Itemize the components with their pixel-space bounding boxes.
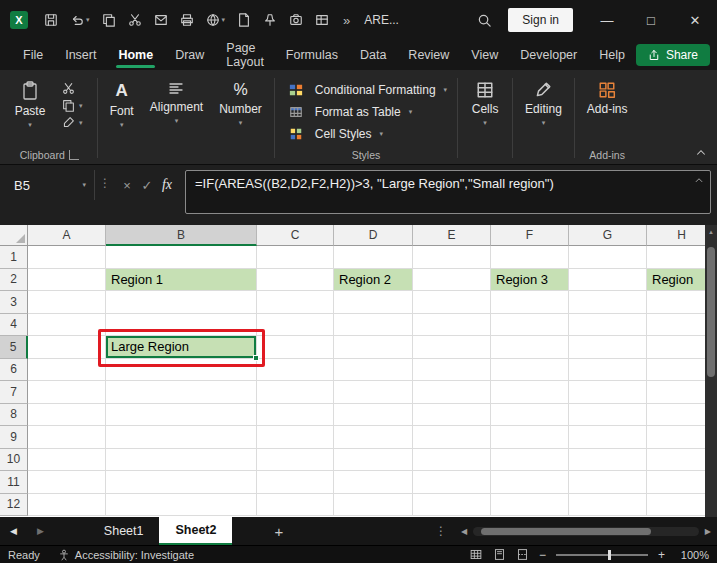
cell-B2[interactable]: Region 1 (106, 269, 257, 292)
cell-A7[interactable] (28, 381, 106, 404)
cell-B11[interactable] (106, 471, 257, 494)
cell-E8[interactable] (413, 404, 491, 427)
save-icon[interactable] (44, 13, 58, 27)
alignment-group-button[interactable]: Alignment ▾ (142, 74, 211, 125)
horizontal-scroll-track[interactable] (473, 527, 699, 536)
cell-D10[interactable] (334, 449, 413, 472)
cell-D9[interactable] (334, 426, 413, 449)
cancel-icon[interactable]: × (117, 170, 137, 200)
cell-A10[interactable] (28, 449, 106, 472)
cell-F1[interactable] (491, 246, 569, 269)
formula-input[interactable]: =IF(AREAS((B2,D2,F2,H2))>3, "Large Regio… (185, 170, 711, 214)
cell-G8[interactable] (569, 404, 647, 427)
enter-icon[interactable]: ✓ (137, 170, 157, 200)
menu-tab-home[interactable]: Home (107, 40, 164, 70)
toolbar-overflow-icon[interactable]: » (343, 13, 350, 28)
menu-tab-data[interactable]: Data (349, 40, 397, 70)
print-icon[interactable] (180, 13, 194, 27)
row-header-4[interactable]: 4 (0, 314, 28, 337)
zoom-slider[interactable] (556, 554, 648, 556)
cell-G9[interactable] (569, 426, 647, 449)
formula-bar-collapse-icon[interactable] (694, 176, 704, 184)
cell-B8[interactable] (106, 404, 257, 427)
cell-C8[interactable] (257, 404, 334, 427)
search-icon[interactable] (477, 13, 492, 28)
row-header-9[interactable]: 9 (0, 426, 28, 449)
cell-D8[interactable] (334, 404, 413, 427)
cell-styles-button[interactable]: Cell Styles ▾ (283, 124, 447, 143)
column-header-F[interactable]: F (491, 225, 569, 246)
new-document-icon[interactable] (237, 13, 251, 27)
cell-C1[interactable] (257, 246, 334, 269)
cell-E9[interactable] (413, 426, 491, 449)
cell-F3[interactable] (491, 291, 569, 314)
cell-F10[interactable] (491, 449, 569, 472)
menu-tab-page-layout[interactable]: Page Layout (215, 40, 275, 70)
excel-logo[interactable]: X (10, 11, 28, 29)
cell-D5[interactable] (334, 336, 413, 359)
number-group-button[interactable]: % Number ▾ (211, 74, 270, 127)
cell-F12[interactable] (491, 494, 569, 517)
paste-button[interactable]: Paste ▾ (6, 74, 54, 129)
row-header-2[interactable]: 2 (0, 269, 28, 292)
cell-G11[interactable] (569, 471, 647, 494)
cell-F7[interactable] (491, 381, 569, 404)
menu-tab-formulas[interactable]: Formulas (275, 40, 349, 70)
web-options-icon[interactable]: ▾ (206, 13, 226, 27)
undo-icon[interactable]: ▾ (70, 13, 90, 27)
cell-A9[interactable] (28, 426, 106, 449)
cell-B3[interactable] (106, 291, 257, 314)
table-icon[interactable] (315, 13, 329, 27)
cell-E1[interactable] (413, 246, 491, 269)
row-header-1[interactable]: 1 (0, 246, 28, 269)
pin-icon[interactable] (263, 13, 277, 27)
fill-handle[interactable] (253, 355, 259, 361)
cell-B1[interactable] (106, 246, 257, 269)
font-group-button[interactable]: A Font ▾ (102, 74, 142, 129)
cell-D1[interactable] (334, 246, 413, 269)
row-header-6[interactable]: 6 (0, 359, 28, 382)
column-header-D[interactable]: D (334, 225, 413, 246)
cell-G12[interactable] (569, 494, 647, 517)
cell-F2[interactable]: Region 3 (491, 269, 569, 292)
minimize-button[interactable]: — (585, 0, 629, 40)
scroll-left-icon[interactable]: ◀ (457, 527, 471, 536)
cell-G3[interactable] (569, 291, 647, 314)
menu-tab-draw[interactable]: Draw (164, 40, 215, 70)
cell-E2[interactable] (413, 269, 491, 292)
column-header-A[interactable]: A (28, 225, 106, 246)
menu-tab-file[interactable]: File (12, 40, 54, 70)
cell-G6[interactable] (569, 359, 647, 382)
zoom-out-icon[interactable]: − (539, 548, 546, 562)
column-header-G[interactable]: G (569, 225, 647, 246)
row-header-11[interactable]: 11 (0, 471, 28, 494)
cell-F9[interactable] (491, 426, 569, 449)
row-header-7[interactable]: 7 (0, 381, 28, 404)
vertical-scrollbar[interactable]: ▲ (705, 225, 717, 517)
maximize-button[interactable]: □ (629, 0, 673, 40)
cell-F11[interactable] (491, 471, 569, 494)
cell-E5[interactable] (413, 336, 491, 359)
sheet-options-icon[interactable]: ⋮ (427, 517, 455, 545)
cell-D6[interactable] (334, 359, 413, 382)
horizontal-scrollbar[interactable]: ◀ ▶ (455, 517, 717, 545)
share-button[interactable]: Share (636, 44, 710, 66)
column-header-B[interactable]: B (106, 225, 257, 246)
cell-B5[interactable]: Large Region (106, 336, 257, 359)
close-button[interactable]: ✕ (673, 0, 717, 40)
conditional-formatting-button[interactable]: Conditional Formatting ▾ (283, 80, 447, 99)
cell-C6[interactable] (257, 359, 334, 382)
cell-G2[interactable] (569, 269, 647, 292)
scroll-up-icon[interactable]: ▲ (705, 225, 717, 235)
web-options-dropdown-icon[interactable]: ▾ (222, 16, 226, 24)
cell-G10[interactable] (569, 449, 647, 472)
menu-tab-developer[interactable]: Developer (509, 40, 588, 70)
cell-D2[interactable]: Region 2 (334, 269, 413, 292)
vertical-scroll-thumb[interactable] (707, 247, 715, 377)
sheet-nav-left-icon[interactable]: ◀ (0, 517, 27, 545)
cell-B6[interactable] (106, 359, 257, 382)
column-header-C[interactable]: C (257, 225, 334, 246)
cell-C2[interactable] (257, 269, 334, 292)
cell-G5[interactable] (569, 336, 647, 359)
cell-E12[interactable] (413, 494, 491, 517)
